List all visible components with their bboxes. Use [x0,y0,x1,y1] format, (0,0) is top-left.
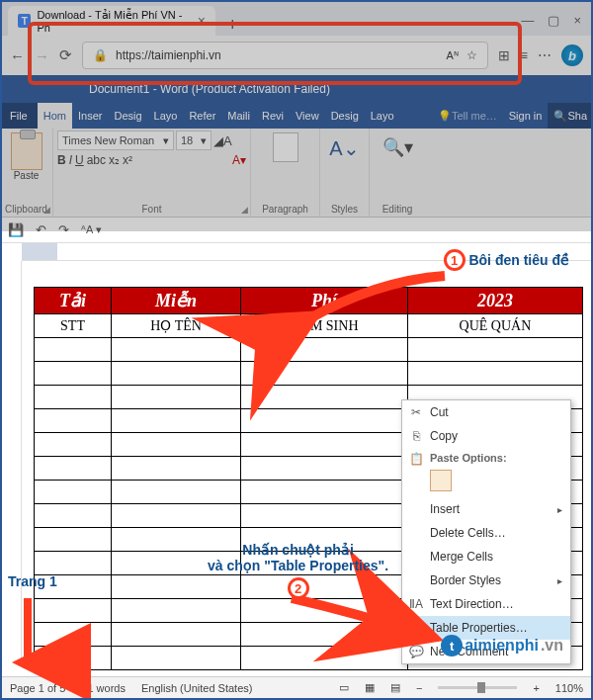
view-web-icon[interactable]: ▤ [390,681,400,694]
close-window-icon[interactable]: × [573,13,581,28]
lock-icon: 🔒 [93,48,108,62]
url-input[interactable]: 🔒 https://taimienphi.vn Aᴺ ☆ [82,42,488,69]
find-icon[interactable]: 🔍▾ [382,136,413,158]
table-cell[interactable]: STT [35,314,112,338]
paste-icon: 📋 [408,452,424,466]
watermark: taimienphi.vn [441,635,563,656]
minimize-icon[interactable]: — [521,13,534,28]
view-print-icon[interactable]: ▦ [365,681,375,694]
new-tab-button[interactable]: + [219,15,246,36]
status-page[interactable]: Page 1 of 5 [10,682,65,694]
collections-icon[interactable]: ≡ [520,47,528,63]
paragraph-icon[interactable] [273,132,298,162]
undo-icon[interactable]: ↶ [36,222,46,237]
reader-icon[interactable]: Aᴺ [446,49,458,62]
tab-references[interactable]: Refer [183,103,221,129]
ctx-paste-label: 📋Paste Options: [402,448,570,466]
styles-icon[interactable]: A⌄ [329,136,359,160]
tab-view[interactable]: View [290,103,325,129]
tab-file[interactable]: File [0,103,38,129]
table-header-cell[interactable]: Tải [35,288,112,314]
callout-page: Trang 1 [8,573,57,589]
forward-icon[interactable]: → [35,47,49,64]
tab-design[interactable]: Desig [108,103,147,129]
ctx-insert[interactable]: Insert▸ [402,497,570,521]
ctx-cut[interactable]: ✂Cut [402,400,570,424]
zoom-level[interactable]: 110% [555,682,583,694]
tab-insert[interactable]: Inser [72,103,108,129]
underline-button[interactable]: U [75,153,84,167]
group-styles: A⌄ Styles [320,129,370,217]
tab-table-design[interactable]: Desig [325,103,365,129]
comment-icon: 💬 [408,645,424,658]
url-text: https://taimienphi.vn [116,48,221,62]
paste-button[interactable]: Paste [4,170,48,181]
font-color-button[interactable]: A▾ [232,153,246,167]
share-button[interactable]: 🔍 Sha [548,103,593,129]
favorite-icon[interactable]: ☆ [466,48,477,62]
ctx-delete-cells[interactable]: Delete Cells… [402,521,570,545]
bing-icon[interactable]: b [561,44,583,66]
browser-tab[interactable]: T Download - Tải Miễn Phí VN - Ph × [8,6,215,36]
cut-icon: ✂ [408,405,424,419]
step-badge-1: 1 [444,249,466,271]
ctx-copy[interactable]: ⎘Copy [402,424,570,448]
menu-icon[interactable]: ⋯ [538,47,551,63]
tab-mailings[interactable]: Maili [221,103,256,129]
group-editing: 🔍▾ Editing [370,129,425,217]
clear-format-icon[interactable]: ◢A [213,133,232,148]
browser-address-bar: ← → ⟳ 🔒 https://taimienphi.vn Aᴺ ☆ ⊞ ≡ ⋯… [0,36,593,75]
callout-step1: 1 Bôi đen tiêu đề [444,249,569,271]
save-icon[interactable]: 💾 [8,222,24,237]
extensions-icon[interactable]: ⊞ [498,47,510,63]
view-read-icon[interactable]: ▭ [339,681,349,694]
close-tab-icon[interactable]: × [198,13,206,29]
zoom-in-icon[interactable]: + [533,682,539,694]
ctx-border-styles[interactable]: Border Styles▸ [402,569,570,592]
callout-step2: Nhấn chuột phải và chọn "Table Propertie… [208,542,388,599]
arrow-page [16,593,40,676]
italic-button[interactable]: I [69,153,72,167]
site-icon: T [18,14,31,28]
sign-in[interactable]: Sign in [503,103,549,129]
dialog-launcher-icon[interactable]: ◢ [241,205,248,215]
back-icon[interactable]: ← [10,47,25,64]
group-paragraph: Paragraph [251,129,320,217]
quick-access-toolbar: 💾 ↶ ↷ ᴬA ▾ [0,218,593,243]
copy-icon: ⎘ [408,429,424,443]
zoom-slider[interactable] [438,686,517,689]
group-font: Times New Roman▾ 18▾ ◢A B I U abc x₂ x² … [53,129,251,217]
ctx-merge-cells[interactable]: Merge Cells [402,545,570,569]
dialog-launcher-icon[interactable]: ◢ [43,205,50,215]
tab-title: Download - Tải Miễn Phí VN - Ph [37,9,191,34]
qat-font-icon[interactable]: ᴬA ▾ [81,223,102,236]
word-titlebar: Document1 - Word (Product Activation Fai… [0,75,593,103]
ctx-paste-options[interactable] [402,466,570,497]
redo-icon[interactable]: ↷ [58,222,69,237]
refresh-icon[interactable]: ⟳ [59,46,72,64]
browser-tab-strip: T Download - Tải Miễn Phí VN - Ph × + — … [0,0,593,36]
tab-table-layout[interactable]: Layo [365,103,400,129]
status-language[interactable]: English (United States) [141,682,253,694]
tell-me[interactable]: 💡 Tell me… [432,103,503,129]
chevron-right-icon: ▸ [557,504,562,515]
table-row [35,362,583,386]
paste-icon[interactable] [11,132,42,170]
bold-button[interactable]: B [57,153,66,167]
sup-button[interactable]: x² [123,153,132,167]
table-header-cell[interactable]: Miễn [112,288,241,314]
chevron-right-icon: ▸ [557,575,562,586]
status-words[interactable]: 11 words [81,682,126,694]
tab-home[interactable]: Hom [38,103,72,129]
font-family-select[interactable]: Times New Roman▾ [57,131,174,150]
sub-button[interactable]: x₂ [109,153,120,167]
table-cell[interactable]: HỌ TÊN [112,314,241,338]
tab-review[interactable]: Revi [256,103,290,129]
strike-button[interactable]: abc [87,153,106,167]
maximize-icon[interactable]: ▢ [548,13,559,28]
font-size-select[interactable]: 18▾ [176,131,212,150]
zoom-out-icon[interactable]: − [416,682,422,694]
tab-layout[interactable]: Layo [148,103,184,129]
ribbon: Paste Clipboard ◢ Times New Roman▾ 18▾ ◢… [0,129,593,218]
arrow-1 [296,271,455,334]
